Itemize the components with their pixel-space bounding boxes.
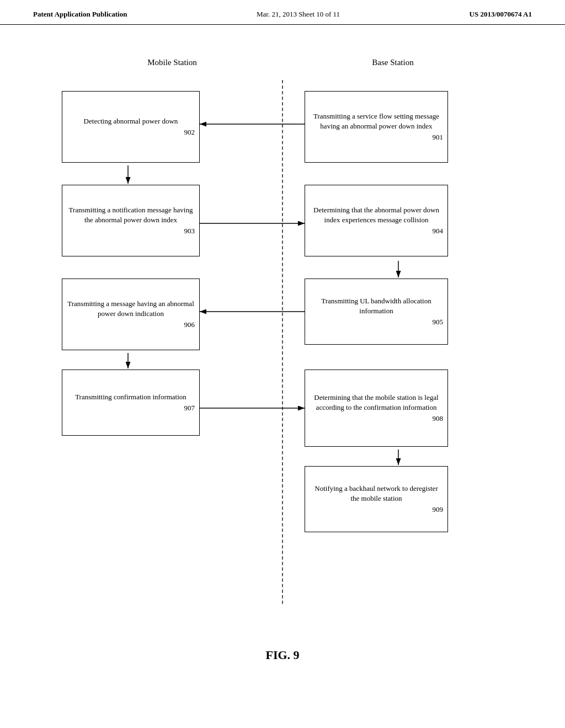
box-906-step: 906 xyxy=(184,320,195,330)
box-908-text: Determining that the mobile station is l… xyxy=(310,393,443,413)
box-903-step: 903 xyxy=(184,226,195,236)
box-905-text: Transmitting UL bandwidth allocation inf… xyxy=(310,296,443,316)
box-902: Detecting abnormal power down 902 xyxy=(62,91,200,163)
box-902-text: Detecting abnormal power down xyxy=(84,116,178,126)
box-903: Transmitting a notification message havi… xyxy=(62,185,200,256)
box-903-text: Transmitting a notification message havi… xyxy=(67,205,195,225)
box-904-text: Determining that the abnormal power down… xyxy=(310,205,443,225)
box-901: Transmitting a service flow setting mess… xyxy=(305,91,448,163)
box-901-text: Transmitting a service flow setting mess… xyxy=(310,111,443,131)
col-header-right: Base Station xyxy=(316,58,470,67)
page: Patent Application Publication Mar. 21, … xyxy=(0,0,565,728)
box-905-step: 905 xyxy=(433,317,444,327)
column-headers: Mobile Station Base Station xyxy=(45,58,520,67)
header-left: Patent Application Publication xyxy=(33,10,127,19)
box-908: Determining that the mobile station is l… xyxy=(305,370,448,447)
box-905: Transmitting UL bandwidth allocation inf… xyxy=(305,279,448,345)
box-907-text: Transmitting confirmation information xyxy=(75,392,186,402)
box-908-step: 908 xyxy=(433,414,444,424)
box-906-text: Transmitting a message having an abnorma… xyxy=(67,299,195,319)
box-904-step: 904 xyxy=(433,226,444,236)
box-901-step: 901 xyxy=(433,132,444,142)
box-909-step: 909 xyxy=(433,505,444,515)
box-906: Transmitting a message having an abnorma… xyxy=(62,279,200,350)
header-center: Mar. 21, 2013 Sheet 10 of 11 xyxy=(257,10,340,19)
header-right: US 2013/0070674 A1 xyxy=(470,10,532,19)
col-header-left: Mobile Station xyxy=(95,58,249,67)
center-divider xyxy=(282,80,283,604)
box-909-text: Notifying a backhaul network to deregist… xyxy=(310,484,443,504)
page-header: Patent Application Publication Mar. 21, … xyxy=(0,0,565,25)
box-904: Determining that the abnormal power down… xyxy=(305,185,448,256)
box-907-step: 907 xyxy=(184,403,195,413)
box-902-step: 902 xyxy=(184,127,195,137)
box-907: Transmitting confirmation information 90… xyxy=(62,370,200,436)
box-909: Notifying a backhaul network to deregist… xyxy=(305,466,448,532)
figure-caption: FIG. 9 xyxy=(0,648,565,679)
diagram-area: Mobile Station Base Station xyxy=(45,58,520,637)
